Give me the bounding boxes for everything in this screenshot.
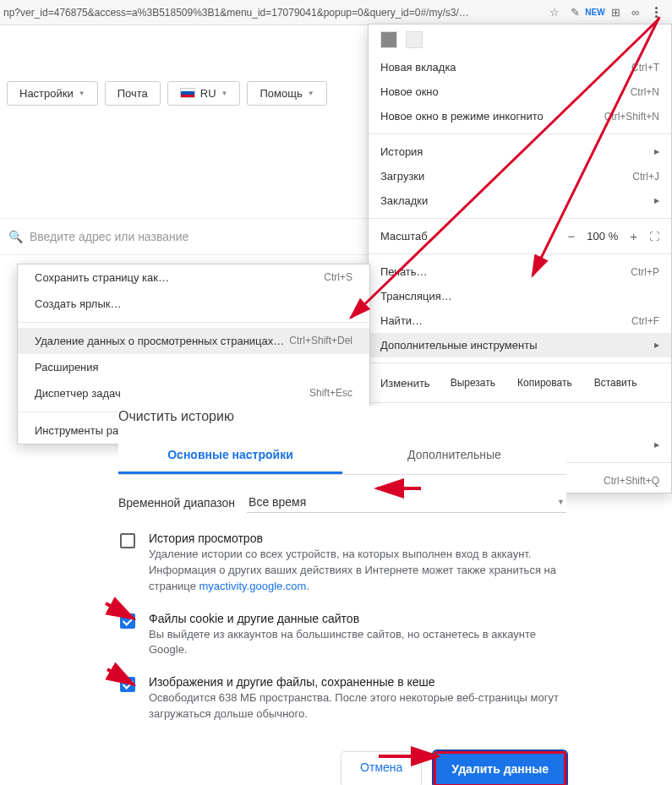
checkbox-browsing-history[interactable] <box>120 533 135 548</box>
settings-button[interactable]: Настройки▼ <box>7 81 98 106</box>
separator <box>369 363 671 363</box>
dialog-title: Очистить историю <box>118 406 566 439</box>
submenu-arrow-icon: ▶ <box>654 441 659 449</box>
edit-label: Изменить <box>380 377 430 390</box>
menu-cast[interactable]: Трансляция… <box>369 284 671 308</box>
ext-icon-3[interactable]: ⊞ <box>608 5 623 20</box>
menu-edit-row: Изменить Вырезать Копировать Вставить <box>369 368 671 397</box>
checkbox-cached-images[interactable] <box>120 677 135 692</box>
submenu-arrow-icon: ▶ <box>654 148 659 155</box>
separator <box>18 322 369 323</box>
option-desc: Освободится 638 МБ пространства. После э… <box>149 690 565 722</box>
submenu-save-page[interactable]: Сохранить страницу как…Ctrl+S <box>18 264 369 291</box>
caret-down-icon: ▼ <box>221 90 228 97</box>
myactivity-link[interactable]: myactivity.google.com <box>199 580 307 592</box>
caret-down-icon: ▼ <box>79 90 85 97</box>
caret-down-icon: ▼ <box>308 90 314 97</box>
submenu-clear-browsing-data[interactable]: Удаление данных о просмотренных страница… <box>18 328 369 354</box>
menu-header-icons <box>369 25 671 55</box>
address-bar-row: np?ver_id=476875&access=a%3B518509%3B1&m… <box>0 0 672 25</box>
tab-advanced[interactable]: Дополнительные <box>342 439 566 474</box>
menu-find[interactable]: Найти…Ctrl+F <box>369 308 671 333</box>
submenu-arrow-icon: ▶ <box>654 197 659 204</box>
menu-downloads[interactable]: ЗагрузкиCtrl+J <box>369 164 671 188</box>
ext-icon-4[interactable]: ∞ <box>628 5 643 20</box>
delete-data-button[interactable]: Удалить данные <box>434 751 566 785</box>
cut-button[interactable]: Вырезать <box>442 373 504 392</box>
option-title: Файлы cookie и другие данные сайтов <box>149 612 565 627</box>
language-button[interactable]: RU▼ <box>167 81 241 106</box>
menu-print[interactable]: Печать…Ctrl+P <box>369 259 671 284</box>
option-desc: Удаление истории со всех устройств, на к… <box>149 547 565 595</box>
separator <box>369 134 671 134</box>
submenu-create-shortcut[interactable]: Создать ярлык… <box>18 291 369 317</box>
dialog-buttons: Отмена Удалить данные <box>118 729 566 785</box>
separator <box>369 253 671 254</box>
range-label: Временной диапазон <box>118 496 235 510</box>
mail-button[interactable]: Почта <box>105 81 161 106</box>
help-button[interactable]: Помощь▼ <box>247 81 326 106</box>
zoom-label: Масштаб <box>380 230 428 243</box>
zoom-out-button[interactable]: − <box>568 229 576 243</box>
menu-new-window[interactable]: Новое окноCtrl+N <box>369 79 671 104</box>
zoom-value: 100 % <box>587 230 618 243</box>
option-cookies: Файлы cookie и другие данные сайтов Вы в… <box>118 602 566 666</box>
cancel-button[interactable]: Отмена <box>341 751 422 785</box>
label: Помощь <box>260 87 302 100</box>
separator <box>369 402 671 403</box>
fullscreen-icon[interactable]: ⛶ <box>649 231 659 243</box>
label: RU <box>200 87 216 100</box>
zoom-in-button[interactable]: + <box>630 229 637 243</box>
ext-icon-1[interactable]: ✎ <box>567 5 582 20</box>
ext-badge-2[interactable] <box>406 31 423 48</box>
submenu-extensions[interactable]: Расширения <box>18 354 369 380</box>
submenu-task-manager[interactable]: Диспетчер задачShift+Esc <box>18 380 369 406</box>
star-icon[interactable]: ☆ <box>547 5 562 20</box>
range-value: Все время <box>249 495 306 509</box>
option-title: Изображения и другие файлы, сохраненные … <box>149 675 565 690</box>
menu-new-tab[interactable]: Новая вкладкаCtrl+T <box>369 55 671 79</box>
url-text[interactable]: np?ver_id=476875&access=a%3B518509%3B1&m… <box>3 7 542 19</box>
time-range-select[interactable]: Все время ▼ <box>247 492 566 513</box>
submenu-arrow-icon: ▶ <box>654 341 659 349</box>
menu-zoom-row: Масштаб − 100 % + ⛶ <box>369 224 671 248</box>
tab-basic[interactable]: Основные настройки <box>118 439 342 474</box>
menu-history[interactable]: История▶ <box>369 139 671 164</box>
kebab-menu-icon[interactable] <box>648 5 664 20</box>
copy-button[interactable]: Копировать <box>509 373 581 392</box>
label: Настройки <box>19 87 74 100</box>
separator <box>369 218 671 219</box>
paste-button[interactable]: Вставить <box>586 373 646 392</box>
search-icon: 🔍 <box>8 230 23 243</box>
dialog-tabs: Основные настройки Дополнительные <box>118 439 566 475</box>
russian-flag-icon <box>180 88 195 98</box>
ext-badge-1[interactable] <box>380 31 397 48</box>
option-cached-images: Изображения и другие файлы, сохраненные … <box>118 665 566 729</box>
ext-icon-2[interactable]: NEW <box>587 5 603 20</box>
menu-bookmarks[interactable]: Закладки▶ <box>369 188 671 213</box>
menu-incognito[interactable]: Новое окно в режиме инкогнитоCtrl+Shift+… <box>369 104 671 128</box>
url-icons: ☆ ✎ NEW ⊞ ∞ <box>542 5 669 20</box>
label: Почта <box>117 87 148 100</box>
caret-down-icon: ▼ <box>557 498 565 506</box>
clear-browsing-data-dialog: Очистить историю Основные настройки Допо… <box>118 406 566 785</box>
checkbox-cookies[interactable] <box>120 613 135 629</box>
menu-more-tools[interactable]: Дополнительные инструменты▶ <box>369 333 671 357</box>
option-browsing-history: История просмотров Удаление истории со в… <box>118 521 566 602</box>
option-desc: Вы выйдете из аккаунтов на большинстве с… <box>149 627 565 659</box>
option-title: История просмотров <box>149 532 565 547</box>
time-range-row: Временной диапазон Все время ▼ <box>118 475 566 521</box>
placeholder: Введите адрес или название <box>30 230 188 243</box>
